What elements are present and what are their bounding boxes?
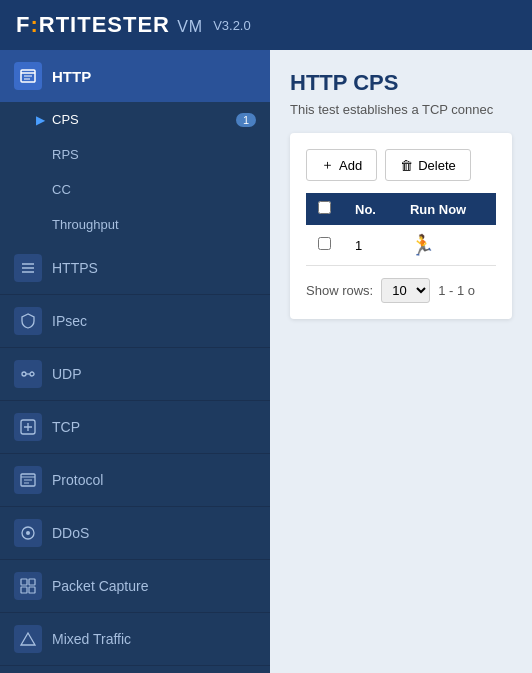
udp-label: UDP [52, 366, 82, 382]
sidebar-item-protocol[interactable]: Protocol [0, 454, 270, 507]
sidebar-http-subitems: ▶ CPS 1 RPS CC Throughput [0, 102, 270, 242]
svg-rect-17 [21, 579, 27, 585]
sidebar-cc-label: CC [52, 182, 71, 197]
add-label: Add [339, 158, 362, 173]
page-info: 1 - 1 o [438, 283, 475, 298]
page-description: This test establishes a TCP connec [290, 102, 512, 117]
sidebar-item-cps[interactable]: ▶ CPS 1 [0, 102, 270, 137]
table-footer: Show rows: 10 25 50 1 - 1 o [306, 278, 496, 303]
sidebar-item-mixed-traffic[interactable]: Mixed Traffic [0, 613, 270, 666]
udp-icon [14, 360, 42, 388]
svg-rect-18 [29, 579, 35, 585]
table-row: 1 🏃 [306, 225, 496, 266]
sidebar-section-http-label: HTTP [52, 68, 91, 85]
delete-icon: 🗑 [400, 158, 413, 173]
sidebar-item-cc[interactable]: CC [0, 172, 270, 207]
http-section-icon [14, 62, 42, 90]
svg-point-7 [22, 372, 26, 376]
select-all-checkbox[interactable] [318, 201, 331, 214]
table-toolbar: ＋ Add 🗑 Delete [306, 149, 496, 181]
table-container: ＋ Add 🗑 Delete No. Run Now [290, 133, 512, 319]
app-header: F:RTITESTER VM V3.2.0 [0, 0, 532, 50]
sidebar-item-tcp[interactable]: TCP [0, 401, 270, 454]
tcp-icon [14, 413, 42, 441]
mixed-traffic-icon [14, 625, 42, 653]
svg-marker-21 [21, 633, 35, 645]
ipsec-icon [14, 307, 42, 335]
ddos-label: DDoS [52, 525, 89, 541]
packet-capture-label: Packet Capture [52, 578, 149, 594]
row-number-cell: 1 [343, 225, 398, 266]
packet-capture-icon [14, 572, 42, 600]
ipsec-label: IPsec [52, 313, 87, 329]
delete-label: Delete [418, 158, 456, 173]
show-rows-label: Show rows: [306, 283, 373, 298]
sidebar-item-ipsec[interactable]: IPsec [0, 295, 270, 348]
add-icon: ＋ [321, 156, 334, 174]
sidebar: HTTP ▶ CPS 1 RPS CC Throughput [0, 50, 270, 673]
select-all-header [306, 193, 343, 225]
no-column-header: No. [343, 193, 398, 225]
main-layout: HTTP ▶ CPS 1 RPS CC Throughput [0, 50, 532, 673]
run-now-cell[interactable]: 🏃 [398, 225, 496, 266]
sidebar-item-throughput[interactable]: Throughput [0, 207, 270, 242]
app-version: V3.2.0 [213, 18, 251, 33]
vm-label: VM [177, 18, 203, 35]
svg-rect-20 [29, 587, 35, 593]
svg-point-16 [26, 531, 30, 535]
table-header-row: No. Run Now [306, 193, 496, 225]
row-checkbox[interactable] [318, 237, 331, 250]
active-indicator: ▶ [36, 113, 45, 127]
mixed-traffic-label: Mixed Traffic [52, 631, 131, 647]
content-area: HTTP CPS This test establishes a TCP con… [270, 50, 532, 673]
data-table: No. Run Now 1 🏃 [306, 193, 496, 266]
protocol-icon [14, 466, 42, 494]
sidebar-throughput-label: Throughput [52, 217, 119, 232]
cps-badge: 1 [236, 113, 256, 127]
protocol-label: Protocol [52, 472, 103, 488]
add-button[interactable]: ＋ Add [306, 149, 377, 181]
sidebar-item-udp[interactable]: UDP [0, 348, 270, 401]
sidebar-rps-label: RPS [52, 147, 79, 162]
run-now-column-header: Run Now [398, 193, 496, 225]
sidebar-item-packet-capture[interactable]: Packet Capture [0, 560, 270, 613]
logo-bracket: : [30, 12, 38, 37]
tcp-label: TCP [52, 419, 80, 435]
svg-point-8 [30, 372, 34, 376]
sidebar-section-http[interactable]: HTTP [0, 50, 270, 102]
rows-per-page-select[interactable]: 10 25 50 [381, 278, 430, 303]
app-logo: F:RTITESTER VM [16, 12, 203, 38]
sidebar-item-rps[interactable]: RPS [0, 137, 270, 172]
https-label: HTTPS [52, 260, 98, 276]
sidebar-item-https[interactable]: HTTPS [0, 242, 270, 295]
run-now-icon[interactable]: 🏃 [410, 234, 435, 256]
sidebar-item-ddos[interactable]: DDoS [0, 507, 270, 560]
ddos-icon [14, 519, 42, 547]
https-icon [14, 254, 42, 282]
page-title: HTTP CPS [290, 70, 512, 96]
row-checkbox-cell [306, 225, 343, 266]
svg-rect-19 [21, 587, 27, 593]
sidebar-cps-label: CPS [52, 112, 79, 127]
delete-button[interactable]: 🗑 Delete [385, 149, 471, 181]
